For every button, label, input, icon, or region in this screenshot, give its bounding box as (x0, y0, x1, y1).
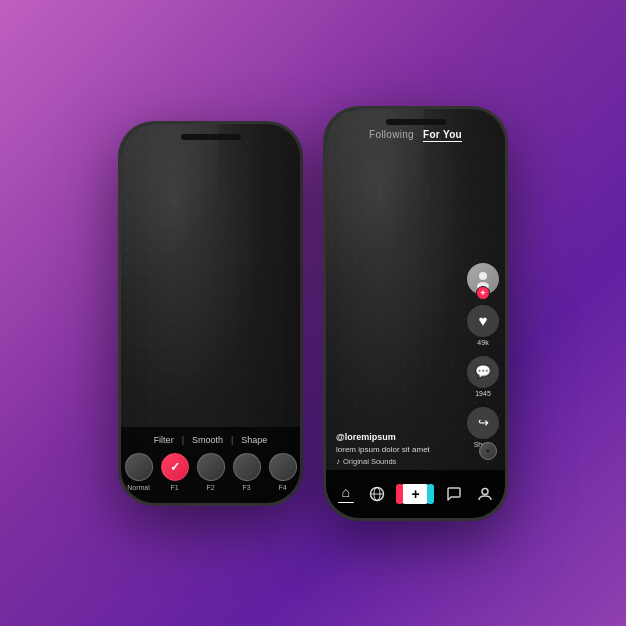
filter-normal-label: Normal (127, 484, 150, 491)
checkmark-icon: ✓ (170, 460, 180, 474)
sound-name[interactable]: Original Sounds (343, 457, 396, 466)
post-description: lorem ipsum dolor sit amet (336, 445, 457, 454)
likes-count: 49k (477, 339, 488, 346)
post-sound: ♪ Original Sounds (336, 457, 457, 466)
avatar-action: + (467, 263, 499, 295)
filter-circles-row: Normal ✓ F1 F2 (127, 453, 294, 491)
filter-f3-label: F3 (242, 484, 250, 491)
explore-icon (369, 486, 385, 502)
nav-text: Following For You (369, 129, 462, 140)
shape-label: Shape (241, 435, 267, 445)
tiktok-actions-panel: + ♥ 49k 💬 1945 (467, 263, 499, 448)
filter-f3-wrap: F3 (233, 453, 261, 491)
filter-f1-circle[interactable]: ✓ (161, 453, 189, 481)
filter-f2-label: F2 (206, 484, 214, 491)
messages-icon (446, 486, 462, 502)
nav-home[interactable]: ⌂ (338, 484, 354, 504)
svg-point-0 (479, 272, 487, 280)
phones-container: Filter | Smooth | Shape Normal ✓ (118, 106, 508, 521)
filter-f3-circle[interactable] (233, 453, 261, 481)
filter-normal-circle[interactable] (125, 453, 153, 481)
share-icon-wrap[interactable]: ↪ (467, 407, 499, 439)
filter-f4-label: F4 (278, 484, 286, 491)
share-action: ↪ Share (467, 407, 499, 448)
comment-icon: 💬 (475, 364, 491, 379)
smooth-label: Smooth (192, 435, 223, 445)
music-note-icon: ♪ (336, 457, 340, 466)
comments-count: 1945 (475, 390, 491, 397)
avatar-follow-plus[interactable]: + (476, 286, 490, 300)
sound-disc-icon (479, 442, 497, 460)
filter-f4-circle[interactable] (269, 453, 297, 481)
phone-left-screen: Filter | Smooth | Shape Normal ✓ (121, 124, 300, 503)
comment-icon-wrap[interactable]: 💬 (467, 356, 499, 388)
profile-icon (477, 486, 493, 502)
divider-1: | (182, 435, 184, 445)
tiktok-top-nav: Following For You (326, 129, 505, 140)
following-tab[interactable]: Following (369, 129, 414, 140)
post-username[interactable]: @loremipsum (336, 432, 457, 442)
home-active-indicator (338, 502, 354, 504)
filter-f1-label: F1 (170, 484, 178, 491)
divider-2: | (231, 435, 233, 445)
avatar-icon-wrap[interactable]: + (467, 263, 499, 295)
phone-right-notch (386, 119, 446, 125)
heart-icon: ♥ (479, 312, 488, 329)
foryou-tab[interactable]: For You (423, 129, 462, 142)
home-icon: ⌂ (341, 484, 349, 500)
camera-controls: Filter | Smooth | Shape Normal ✓ (121, 427, 300, 503)
disc-inner-circle (485, 448, 491, 454)
comment-action: 💬 1945 (467, 356, 499, 397)
add-icon: + (411, 486, 419, 502)
phone-left: Filter | Smooth | Shape Normal ✓ (118, 121, 303, 506)
filter-f2-circle[interactable] (197, 453, 225, 481)
tiktok-bottom-nav: ⌂ + (326, 470, 505, 518)
phone-right-screen: Following For You + (326, 109, 505, 518)
filter-label-row: Filter | Smooth | Shape (127, 435, 294, 445)
nav-profile[interactable] (477, 486, 493, 502)
filter-f4-wrap: F4 (269, 453, 297, 491)
phone-left-notch (181, 134, 241, 140)
add-button[interactable]: + (400, 484, 430, 504)
share-icon: ↪ (478, 415, 489, 430)
tiktok-post-info: @loremipsum lorem ipsum dolor sit amet ♪… (336, 432, 457, 466)
nav-add[interactable]: + (400, 484, 430, 504)
filter-f2-wrap: F2 (197, 453, 225, 491)
filter-f1-wrap: ✓ F1 (161, 453, 189, 491)
like-action: ♥ 49k (467, 305, 499, 346)
svg-point-5 (482, 488, 488, 494)
phone-right: Following For You + (323, 106, 508, 521)
nav-explore[interactable] (369, 486, 385, 502)
like-icon-wrap[interactable]: ♥ (467, 305, 499, 337)
nav-messages[interactable] (446, 486, 462, 502)
filter-label: Filter (154, 435, 174, 445)
filter-normal-wrap: Normal (125, 453, 153, 491)
